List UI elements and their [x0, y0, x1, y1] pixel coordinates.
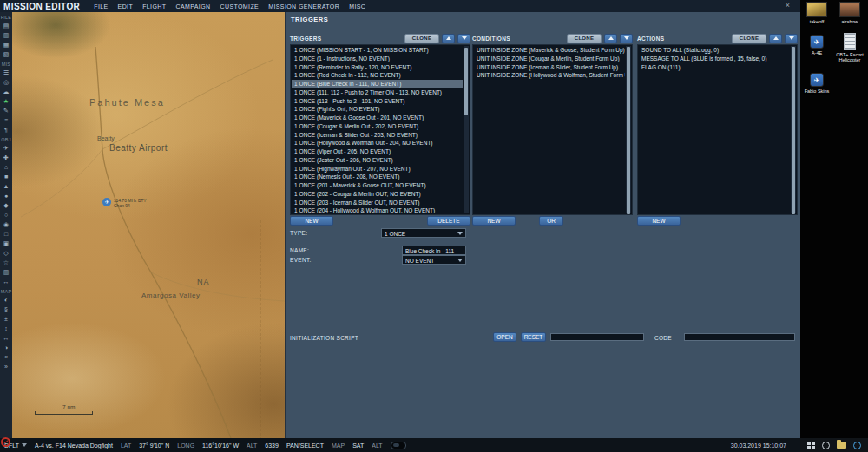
sat-mode-button[interactable]: SAT — [352, 442, 364, 449]
conditions-list[interactable]: UNIT INSIDE ZONE (Maverick & Goose, Stud… — [472, 44, 633, 215]
labels-icon[interactable]: « — [0, 352, 12, 362]
new-mission-icon[interactable]: ▤ — [0, 21, 12, 30]
desktop-icon[interactable]: ✈ Fabio Skins — [801, 73, 832, 94]
desktop-icon[interactable]: takeoff — [801, 2, 832, 24]
helicopter-icon[interactable]: ✚ — [0, 153, 12, 162]
measure-tool-icon[interactable] — [1, 437, 10, 447]
reset-script-button[interactable]: RESET — [521, 332, 546, 342]
action-list-item[interactable]: SOUND TO ALL (Static.ogg, 0) — [639, 46, 790, 55]
route-icon[interactable]: ↔ — [0, 277, 12, 286]
trigger-list-item[interactable]: 1 ONCE (203 - Iceman & Slider OUT, NO EV… — [292, 199, 463, 207]
new-condition-button[interactable]: NEW — [472, 216, 516, 226]
triggers-list[interactable]: 1 ONCE (MISSION START - 1, ON MISSION ST… — [290, 44, 470, 215]
airport-icon[interactable]: ✈ — [102, 198, 111, 206]
map-mode-button[interactable]: MAP — [332, 442, 345, 449]
mission-options-icon[interactable]: ◎ — [0, 77, 12, 87]
summary-icon[interactable]: ¶ — [0, 125, 12, 134]
center-map-icon[interactable]: ◐ — [0, 295, 12, 305]
move-trigger-up-button[interactable] — [442, 34, 455, 43]
clock-icon[interactable] — [822, 442, 830, 449]
actions-list[interactable]: SOUND TO ALL (Static.ogg, 0)MESSAGE TO A… — [637, 44, 798, 215]
trigger-list-item[interactable]: 1 ONCE (Hollywood & Wolfman Out - 204, N… — [292, 139, 463, 147]
type-dropdown[interactable]: 1 ONCE — [381, 228, 466, 238]
menu-campaign[interactable]: CAMPAIGN — [175, 3, 210, 10]
clone-action-button[interactable]: CLONE — [732, 34, 766, 43]
measure-icon[interactable]: ± — [0, 314, 12, 324]
trigger-list-item[interactable]: 1 ONCE (204 - Hollywood & Wolfman OUT, N… — [292, 206, 463, 213]
favorite-icon[interactable]: ☆ — [0, 258, 12, 267]
trigger-list-item[interactable]: 1 ONCE (Jester Out - 206, NO EVENT) — [292, 156, 463, 165]
trigger-list-item[interactable]: 1 ONCE (Maverick & Goose Out - 201, NO E… — [292, 114, 463, 122]
delete-trigger-button[interactable]: DELETE — [427, 216, 470, 226]
condition-list-item[interactable]: UNIT INSIDE ZONE (Cougar & Merlin, Stude… — [474, 55, 625, 63]
menu-mission-generator[interactable]: MISSION GENERATOR — [268, 3, 339, 10]
trigger-list-item[interactable]: 1 ONCE (MISSION START - 1, ON MISSION ST… — [292, 46, 463, 55]
layers-icon[interactable]: ▥ — [0, 267, 12, 277]
desktop-icon[interactable]: CBT+ Escort Helicopter — [834, 33, 865, 62]
new-trigger-button[interactable]: NEW — [290, 216, 333, 226]
action-list-item[interactable]: MESSAGE TO ALL (BLUE is formed , 15, fal… — [639, 55, 790, 63]
clone-trigger-button[interactable]: CLONE — [404, 34, 439, 43]
new-action-button[interactable]: NEW — [637, 216, 681, 226]
trigger-list-item[interactable]: 1 ONCE (Nemesis Out - 208, NO EVENT) — [292, 173, 463, 181]
open-script-button[interactable]: OPEN — [493, 332, 516, 342]
trigger-list-item[interactable]: 1 ONCE (111, 112 - Push to 2 Timer ON - … — [292, 88, 463, 97]
template-icon[interactable]: ◆ — [0, 200, 12, 210]
trigger-list-item[interactable]: 1 ONCE (Blue Check In - 111, NO EVENT) — [292, 80, 463, 88]
vehicle-icon[interactable]: ■ — [0, 172, 12, 181]
trigger-list-item[interactable]: 1 ONCE (1 - Instructions, NO EVENT) — [292, 55, 463, 63]
trigger-list-item[interactable]: 1 ONCE (201 - Maverick & Goose OUT, NO E… — [292, 181, 463, 190]
alt-toggle[interactable] — [391, 442, 406, 449]
briefing-icon[interactable]: ☰ — [0, 68, 12, 77]
ship-icon[interactable]: ⌂ — [0, 162, 12, 172]
desktop-icon[interactable]: ✈ A-4E — [801, 35, 832, 56]
airplane-icon[interactable]: ✈ — [0, 143, 12, 153]
trigger-list-item[interactable]: 1 ONCE (113 - Push to 2 - 101, NO EVENT) — [292, 97, 463, 106]
map-options-icon[interactable]: § — [0, 305, 12, 314]
static-object-icon[interactable]: ▲ — [0, 181, 12, 191]
or-condition-button[interactable]: OR — [539, 216, 563, 226]
zone-icon[interactable]: ◇ — [0, 248, 12, 258]
desktop-icon[interactable]: airshow — [834, 2, 865, 24]
close-icon[interactable]: × — [786, 1, 790, 10]
edit-icon[interactable]: ✎ — [0, 106, 12, 115]
trigger-list-item[interactable]: 1 ONCE (Highwayman Out - 207, NO EVENT) — [292, 165, 463, 174]
trigger-list-item[interactable]: 1 ONCE (Red Check In - 112, NO EVENT) — [292, 71, 463, 80]
target-icon[interactable]: ◉ — [0, 219, 12, 229]
section-icon[interactable]: » — [0, 362, 12, 371]
group-icon[interactable]: ● — [0, 191, 12, 200]
file-explorer-icon[interactable] — [837, 442, 846, 449]
warehouse-icon[interactable]: ▣ — [0, 239, 12, 248]
list-icon[interactable]: ≡ — [0, 115, 12, 125]
building-icon[interactable]: □ — [0, 229, 12, 239]
menu-misc[interactable]: MISC — [349, 3, 365, 10]
trigger-zone-icon[interactable]: ○ — [0, 210, 12, 219]
weather-icon[interactable]: ☁ — [0, 87, 12, 96]
alt-mode-button[interactable]: ALT — [372, 442, 382, 449]
save-mission-icon[interactable]: ▦ — [0, 40, 12, 49]
move-action-up-button[interactable] — [769, 34, 782, 43]
menu-flight[interactable]: FLIGHT — [142, 3, 166, 10]
move-action-down-button[interactable] — [785, 34, 798, 43]
init-script-preview-field[interactable] — [550, 333, 644, 341]
axis-icon[interactable]: ↔ — [0, 333, 12, 343]
action-list-item[interactable]: FLAG ON (111) — [639, 63, 790, 72]
conditions-scrollbar[interactable] — [626, 46, 631, 213]
save-as-mission-icon[interactable]: ▧ — [0, 49, 12, 59]
condition-list-item[interactable]: UNIT INSIDE ZONE (Iceman & Slider, Stude… — [474, 63, 625, 72]
map-viewport[interactable]: Pahute Mesa Beatty Beatty Airport ✈ 114.… — [12, 12, 285, 438]
contrast-icon[interactable]: ◑ — [0, 343, 12, 352]
pan-icon[interactable]: ↕ — [0, 324, 12, 333]
name-input[interactable]: Blue Check In - 111 — [402, 246, 466, 255]
condition-list-item[interactable]: UNIT INSIDE ZONE (Maverick & Goose, Stud… — [474, 46, 625, 55]
windows-start-icon[interactable] — [807, 442, 815, 449]
trigger-list-item[interactable]: 1 ONCE (Reminder to Rally - 120, NO EVEN… — [292, 63, 463, 72]
triggers-icon[interactable]: ★ — [0, 96, 12, 106]
trigger-list-item[interactable]: 1 ONCE (Iceman & Slider Out - 203, NO EV… — [292, 131, 463, 140]
condition-list-item[interactable]: UNIT INSIDE ZONE (Hollywood & Wolfman, S… — [474, 71, 625, 80]
move-condition-up-button[interactable] — [604, 34, 617, 43]
trigger-list-item[interactable]: 1 ONCE (Viper Out - 205, NO EVENT) — [292, 147, 463, 156]
menu-file[interactable]: FILE — [94, 3, 108, 10]
menu-edit[interactable]: EDIT — [118, 3, 134, 10]
browser-icon[interactable] — [853, 442, 861, 449]
